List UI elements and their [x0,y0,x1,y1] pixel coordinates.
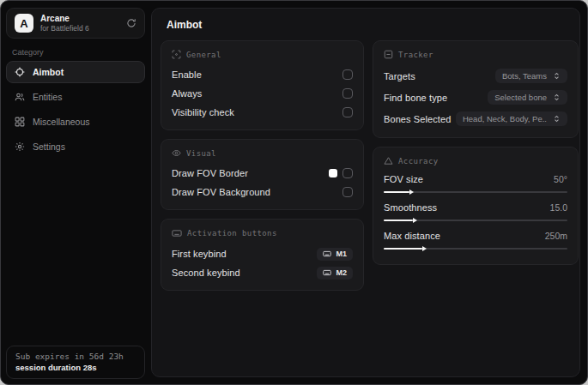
tracker-card: Tracker Targets Bots, Teams Find bone [373,40,579,138]
smoothness-slider[interactable] [384,220,567,221]
setting-row: Draw FOV Background [172,183,353,202]
chevron-up-down-icon [553,115,561,123]
visual-card: Visual Draw FOV Border Draw FOV Backgrou… [161,139,364,210]
app-subtitle: for Battlefield 6 [40,24,89,33]
page-title: Aimbot [167,19,202,31]
app-window: A Arcane for Battlefield 6 Category [0,0,588,385]
grid-icon [15,117,25,127]
first-keybind-button[interactable]: M1 [317,248,353,261]
crosshair-icon [15,67,25,77]
sidebar: A Arcane for Battlefield 6 Category [1,1,151,384]
slider-fill[interactable] [384,191,409,193]
right-column: Tracker Targets Bots, Teams Find bone [373,40,579,274]
sidebar-item-label: Settings [33,141,65,152]
sidebar-item-settings[interactable]: Settings [6,135,145,158]
setting-row: Second keybind M2 [172,263,353,282]
app-name: Arcane [40,14,89,24]
setting-row: Always [172,84,353,103]
subscription-info: Sub expires in 56d 23h session duration … [6,346,145,379]
accuracy-card: Accuracy FOV size 50° Smoothness 15.0 [373,147,579,265]
sub-expiry-text: Sub expires in 56d 23h [15,352,136,361]
card-title: Activation buttons [187,229,277,238]
draw-fov-background-checkbox[interactable] [342,187,353,197]
draw-fov-border-checkbox[interactable] [342,168,353,178]
scan-icon [172,50,181,59]
main-panel: Aimbot General Enable Always [151,8,580,377]
setting-row: Draw FOV Border [172,164,353,183]
bones-selected-select[interactable]: Head, Neck, Body, Pe.. [456,111,567,126]
gear-icon [15,141,25,152]
sidebar-item-label: Miscellaneous [33,117,90,127]
setting-row: Smoothness 15.0 [384,200,567,221]
card-title: Accuracy [398,157,439,165]
setting-row: Bones Selected Head, Neck, Body, Pe.. [384,108,567,129]
slider-fill[interactable] [384,248,422,250]
category-nav: Aimbot Entities Miscellaneous [6,61,145,160]
setting-row: Visibility check [172,103,353,122]
max-distance-slider[interactable] [384,248,567,250]
eye-icon [172,148,181,158]
refresh-icon[interactable] [126,18,136,28]
second-keybind-button[interactable]: M2 [317,267,353,280]
sidebar-item-label: Aimbot [33,67,64,77]
sidebar-item-label: Entities [33,92,62,102]
sidebar-item-miscellaneous[interactable]: Miscellaneous [6,111,145,133]
activation-buttons-card: Activation buttons First keybind M1 S [161,219,364,291]
always-checkbox[interactable] [342,88,353,99]
setting-row: FOV size 50° [384,171,567,193]
triangle-icon [384,156,393,165]
setting-row: First keybind M1 [172,244,353,263]
setting-row: Targets Bots, Teams [384,65,567,87]
keyboard-icon [172,228,182,238]
app-header: A Arcane for Battlefield 6 [6,8,145,39]
session-duration-text: session duration 28s [15,363,136,372]
fov-border-color-swatch[interactable] [329,169,337,177]
slider-fill[interactable] [384,220,413,221]
enable-checkbox[interactable] [342,69,353,80]
max-distance-value: 250m [545,231,567,241]
smoothness-value: 15.0 [550,202,567,213]
chevron-up-down-icon [553,72,561,80]
card-title: General [186,51,221,59]
visibility-check-checkbox[interactable] [342,107,353,117]
square-minus-icon [384,50,393,59]
card-title: Visual [186,149,216,158]
targets-select[interactable]: Bots, Teams [495,69,567,83]
sidebar-item-aimbot[interactable]: Aimbot [6,61,145,83]
setting-row: Max distance 250m [384,228,567,250]
category-label: Category [12,48,44,57]
sidebar-item-entities[interactable]: Entities [6,86,145,108]
find-bone-type-select[interactable]: Selected bone [488,90,567,105]
left-column: General Enable Always Visibility check [161,40,364,299]
keyboard-icon [323,250,331,258]
chevron-up-down-icon [553,93,561,101]
fov-size-slider[interactable] [384,191,567,193]
setting-row: Find bone type Selected bone [384,87,567,108]
app-logo: A [15,14,33,33]
setting-row: Enable [172,65,353,84]
general-card: General Enable Always Visibility check [161,40,364,130]
users-icon [15,92,25,102]
fov-size-value: 50° [554,174,567,184]
keyboard-icon [323,268,331,277]
card-title: Tracker [398,51,433,59]
